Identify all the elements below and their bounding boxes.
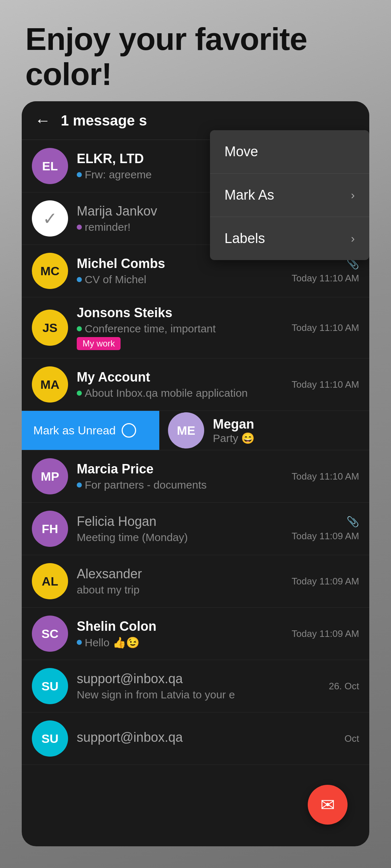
compose-icon: ✉ [320, 795, 335, 815]
timestamp-michel: Today 11:10 AM [292, 273, 359, 284]
header-bar: ← 1 message s Move Mark As › Labels › [22, 101, 369, 140]
dot-purple-marija [77, 225, 82, 230]
hero-title-line2: color! [25, 57, 307, 92]
mark-unread-label: Mark as Unread [33, 424, 116, 437]
hero-text: Enjoy your favorite color! [25, 22, 307, 92]
sender-alexsander: Alexsander [77, 566, 286, 582]
meta-jonsons: Today 11:10 AM [292, 322, 359, 333]
timestamp-support2: Oct [345, 733, 359, 744]
avatar-michel: MC [32, 253, 68, 289]
message-content-michel: Michel Combs CV of Michel [77, 256, 286, 286]
timestamp-felicia: Today 11:09 AM [292, 531, 359, 542]
timestamp-shelin: Today 11:09 AM [292, 628, 359, 639]
check-icon: ✓ [43, 208, 57, 229]
message-item-support2[interactable]: SU support@inbox.qa Oct [22, 712, 369, 765]
context-menu-labels-label: Labels [224, 231, 265, 246]
sender-marcia: Marcia Price [77, 461, 286, 477]
message-content-myaccount: My Account About Inbox.qa mobile applica… [77, 370, 286, 399]
preview-marcia: For partners - documents [77, 479, 286, 491]
context-menu: Move Mark As › Labels › [210, 130, 369, 260]
avatar-jonsons: JS [32, 310, 68, 346]
message-item-alexsander[interactable]: AL Alexsander about my trip Today 11:09 … [22, 555, 369, 608]
dot-blue-shelin [77, 640, 82, 645]
preview-michel: CV of Michel [77, 273, 286, 286]
dot-green-jonsons [77, 326, 82, 331]
avatar-marcia: MP [32, 458, 68, 494]
sender-felicia: Felicia Hogan [77, 514, 286, 529]
context-menu-mark-as[interactable]: Mark As › [210, 174, 369, 217]
app-panel: ← 1 message s Move Mark As › Labels › EL… [22, 101, 369, 846]
meta-marcia: Today 11:10 AM [292, 471, 359, 482]
dot-blue-marcia [77, 482, 82, 488]
avatar-shelin: SC [32, 616, 68, 652]
context-menu-move-label: Move [224, 144, 258, 159]
back-button[interactable]: ← [35, 111, 51, 129]
message-content-support2: support@inbox.qa [77, 730, 339, 747]
avatar-alexsander: AL [32, 563, 68, 599]
context-menu-move[interactable]: Move [210, 130, 369, 174]
meta-felicia: 📎 Today 11:09 AM [292, 516, 359, 542]
avatar-felicia: FH [32, 511, 68, 547]
message-content-alexsander: Alexsander about my trip [77, 566, 286, 596]
message-content-megan: Megan Party 😄 [213, 417, 369, 444]
preview-megan: Party 😄 [213, 432, 369, 444]
meta-michel: 📎 Today 11:10 AM [292, 258, 359, 284]
attachment-icon-felicia: 📎 [346, 516, 359, 528]
context-menu-mark-as-label: Mark As [224, 187, 274, 203]
avatar-marija: ✓ [32, 200, 68, 237]
message-content-support1: support@inbox.qa New sign in from Latvia… [77, 671, 323, 701]
chevron-right-icon-2: › [351, 232, 355, 245]
message-item-support1[interactable]: SU support@inbox.qa New sign in from Lat… [22, 660, 369, 712]
avatar-elkr: EL [32, 148, 68, 184]
preview-alexsander: about my trip [77, 584, 286, 596]
message-content-jonsons: Jonsons Steiks Conference time, importan… [77, 305, 286, 350]
meta-shelin: Today 11:09 AM [292, 628, 359, 639]
chevron-right-icon: › [351, 188, 355, 202]
timestamp-alexsander: Today 11:09 AM [292, 576, 359, 587]
preview-shelin: Hello 👍😉 [77, 636, 286, 649]
dot-green-myaccount [77, 391, 82, 396]
avatar-megan: ME [168, 412, 204, 448]
meta-support1: 26. Oct [329, 681, 359, 692]
message-content-shelin: Shelin Colon Hello 👍😉 [77, 619, 286, 649]
dot-blue-michel [77, 277, 82, 282]
message-item-felicia[interactable]: FH Felicia Hogan Meeting time (Monday) 📎… [22, 503, 369, 555]
hero-title-line1: Enjoy your favorite [25, 22, 307, 57]
message-content-felicia: Felicia Hogan Meeting time (Monday) [77, 514, 286, 544]
message-item-shelin[interactable]: SC Shelin Colon Hello 👍😉 Today 11:09 AM [22, 608, 369, 660]
compose-fab[interactable]: ✉ [308, 785, 348, 825]
timestamp-jonsons: Today 11:10 AM [292, 322, 359, 333]
message-item-jonsons[interactable]: JS Jonsons Steiks Conference time, impor… [22, 297, 369, 358]
unread-circle-icon [122, 423, 136, 438]
message-item-marcia[interactable]: MP Marcia Price For partners - documents… [22, 450, 369, 503]
meta-alexsander: Today 11:09 AM [292, 576, 359, 587]
timestamp-marcia: Today 11:10 AM [292, 471, 359, 482]
sender-jonsons: Jonsons Steiks [77, 305, 286, 320]
message-content-marcia: Marcia Price For partners - documents [77, 461, 286, 491]
preview-felicia: Meeting time (Monday) [77, 531, 286, 544]
message-item-myaccount[interactable]: MA My Account About Inbox.qa mobile appl… [22, 358, 369, 411]
meta-support2: Oct [345, 733, 359, 744]
sender-support2: support@inbox.qa [77, 730, 339, 745]
header-title: 1 message s [61, 112, 147, 129]
sender-support1: support@inbox.qa [77, 671, 323, 686]
meta-myaccount: Today 11:10 AM [292, 379, 359, 390]
preview-myaccount: About Inbox.qa mobile application [77, 387, 286, 399]
dot-blue-elkr [77, 172, 82, 177]
preview-jonsons: Conference time, important [77, 323, 286, 335]
avatar-support2: SU [32, 720, 68, 757]
avatar-support1: SU [32, 668, 68, 704]
timestamp-support1: 26. Oct [329, 681, 359, 692]
sender-shelin: Shelin Colon [77, 619, 286, 634]
timestamp-myaccount: Today 11:10 AM [292, 379, 359, 390]
mark-as-unread-button[interactable]: Mark as Unread [22, 411, 159, 450]
sender-megan: Megan [213, 417, 369, 432]
avatar-myaccount: MA [32, 366, 68, 403]
context-menu-labels[interactable]: Labels › [210, 217, 369, 260]
preview-support1: New sign in from Latvia to your e [77, 689, 323, 701]
tag-mywork: My work [77, 337, 121, 350]
sender-myaccount: My Account [77, 370, 286, 385]
mark-unread-megan-row: Mark as Unread ME Megan Party 😄 [22, 411, 369, 450]
